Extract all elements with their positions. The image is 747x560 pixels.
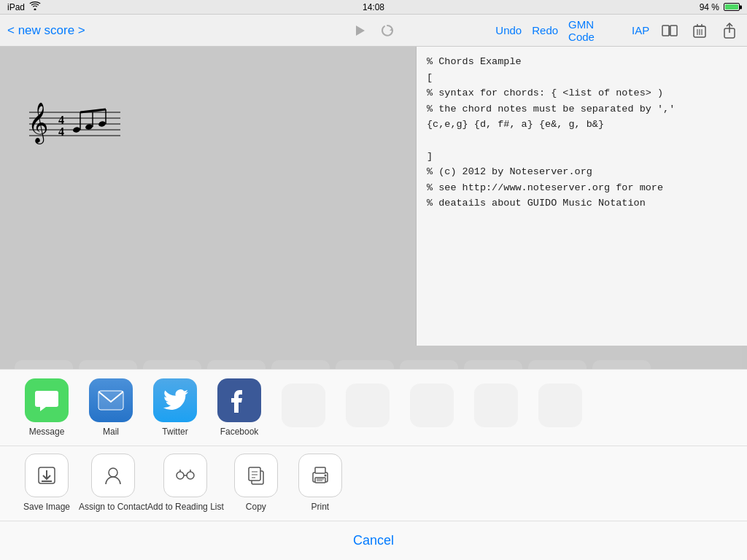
share-more-item-4 [464,384,528,432]
share-more-item-2 [336,384,400,432]
undo-button[interactable]: Undo [495,24,522,36]
svg-point-22 [72,126,80,133]
delete-icon-button[interactable] [690,20,710,41]
save-image-label: Save Image [23,502,70,513]
share-mail-item[interactable]: Mail [79,378,143,437]
faded-icon-4 [474,384,518,427]
svg-line-28 [80,109,106,112]
share-more-item-1 [271,384,336,432]
redo-button[interactable]: Redo [532,24,558,36]
svg-point-26 [98,120,106,127]
svg-point-24 [85,123,93,130]
svg-rect-2 [662,26,669,36]
svg-rect-3 [670,26,677,36]
share-more-item-3 [400,384,464,432]
device-label: iPad [7,2,25,12]
play-button[interactable] [349,20,371,42]
svg-point-35 [187,472,194,479]
twitter-label: Twitter [162,427,187,437]
share-facebook-item[interactable]: Facebook [207,378,271,437]
code-content: % Chords Example [ % syntax for chords: … [427,54,737,211]
cancel-button[interactable]: Cancel [338,530,409,551]
print-icon [298,454,342,497]
share-twitter-item[interactable]: Twitter [143,378,207,437]
battery-label: 94 % [700,2,719,12]
app-icons-row: Message Mail Twitter [0,370,747,446]
status-right: 94 % [700,2,740,12]
message-label: Message [29,427,65,437]
save-image-item[interactable]: Save Image [15,454,79,513]
status-left: iPad [7,1,41,12]
svg-text:4: 4 [58,125,64,138]
copy-label: Copy [246,502,266,513]
refresh-button[interactable] [376,20,398,42]
copy-icon [234,454,278,497]
svg-text:𝄞: 𝄞 [28,102,48,144]
toolbar: < new score > Undo Redo GMN Code IAP [0,15,747,47]
reading-list-icon [163,454,207,497]
reading-list-item[interactable]: Add to Reading List [147,454,224,513]
action-icons-row: Save Image Assign to Contact [0,446,747,521]
music-notation: 𝄞 4 4 [22,98,124,159]
share-icon-button[interactable] [720,20,740,41]
faded-icon-2 [346,384,390,427]
svg-point-49 [324,475,326,477]
wifi-icon [29,1,41,12]
svg-rect-40 [249,467,260,481]
faded-icon-5 [538,384,582,427]
share-more-item-5 [528,384,592,432]
mail-icon [89,378,133,422]
battery-icon [724,3,740,11]
back-button[interactable]: < new score > [7,23,85,38]
svg-rect-45 [315,467,325,473]
share-message-item[interactable]: Message [15,378,79,437]
print-label: Print [311,502,329,513]
copy-item[interactable]: Copy [224,454,288,513]
gmn-code-button[interactable]: GMN Code [568,18,622,43]
score-panel: 𝄞 4 4 [0,47,416,346]
faded-icon-1 [282,384,325,427]
faded-icon-3 [410,384,454,427]
status-time: 14:08 [363,2,384,12]
assign-contact-icon [91,454,135,497]
reading-list-label: Add to Reading List [147,502,224,513]
svg-point-34 [177,472,184,479]
facebook-label: Facebook [220,427,259,437]
print-item[interactable]: Print [288,454,352,513]
book-icon-button[interactable] [659,20,679,41]
cancel-row: Cancel [0,521,747,560]
message-icon [25,378,69,422]
twitter-icon [153,378,197,422]
svg-marker-0 [356,26,365,36]
assign-contact-item[interactable]: Assign to Contact [79,454,147,513]
svg-text:4: 4 [58,114,64,126]
mail-label: Mail [103,427,119,437]
main-content: 𝄞 4 4 % Chords Example [ % syntax for ch… [0,47,747,346]
svg-point-33 [109,468,117,477]
facebook-icon [217,378,261,422]
save-image-icon [25,454,69,497]
iap-button[interactable]: IAP [632,24,649,36]
status-bar: iPad 14:08 94 % [0,0,747,15]
code-panel[interactable]: % Chords Example [ % syntax for chords: … [416,47,747,346]
assign-contact-label: Assign to Contact [79,502,147,513]
share-sheet: Message Mail Twitter [0,369,747,560]
